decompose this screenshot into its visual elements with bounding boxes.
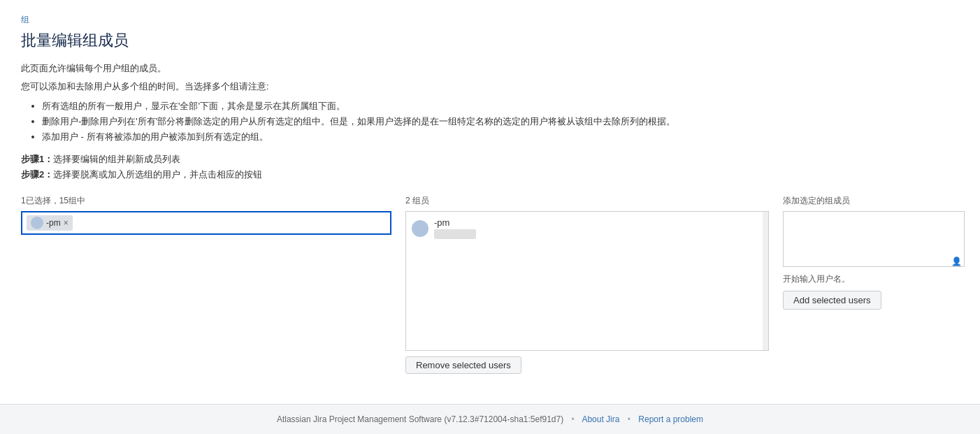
footer: Atlassian Jira Project Management Softwa…	[0, 404, 980, 434]
description2: 您可以添加和去除用户从多个组的时间。当选择多个组请注意:	[21, 80, 959, 93]
member-avatar-1	[412, 220, 428, 237]
add-members-hint: 开始输入用户名。	[783, 273, 965, 285]
about-jira-link[interactable]: About Jira	[582, 414, 619, 424]
scrollbar-track[interactable]	[763, 212, 768, 350]
add-members-column: 添加选定的组成员 👤 开始输入用户名。 Add selected users	[783, 195, 965, 310]
bullet-item-2: 删除用户-删除用户列在'所有'部分将删除选定的用户从所有选定的组中。但是，如果用…	[42, 115, 959, 128]
member-extra-1	[434, 229, 476, 239]
member-item-1[interactable]: -pm	[406, 215, 768, 242]
step1: 步骤1：选择要编辑的组并刷新成员列表	[21, 153, 959, 166]
group-tag[interactable]: -pm ×	[27, 215, 73, 231]
remove-selected-button[interactable]: Remove selected users	[405, 356, 521, 374]
col2-label: 2 组员	[405, 195, 769, 207]
group-search-input[interactable]	[75, 218, 386, 229]
description1: 此页面允许编辑每个用户组的成员。	[21, 62, 959, 75]
page-title: 批量编辑组成员	[21, 30, 959, 51]
bullet-item-1: 所有选组的所有一般用户，显示在'全部'下面，其余是显示在其所属组下面。	[42, 100, 959, 113]
tag-label: -pm	[46, 218, 61, 228]
breadcrumb[interactable]: 组	[21, 14, 959, 26]
report-problem-link[interactable]: Report a problem	[638, 414, 703, 424]
member-name-1: -pm	[434, 217, 476, 228]
member-info-1: -pm	[434, 217, 476, 239]
footer-sep-1: •	[572, 414, 575, 424]
tag-remove-icon[interactable]: ×	[64, 219, 69, 227]
col1-label: 1已选择，15组中	[21, 195, 391, 207]
footer-sep-2: •	[628, 414, 630, 424]
tag-avatar	[31, 217, 43, 229]
col3-label: 添加选定的组成员	[783, 195, 965, 207]
add-selected-users-button[interactable]: Add selected users	[783, 291, 881, 310]
step2: 步骤2：选择要脱离或加入所选组的用户，并点击相应的按钮	[21, 168, 959, 181]
footer-text: Atlassian Jira Project Management Softwa…	[277, 414, 563, 424]
person-add-icon: 👤	[951, 256, 962, 266]
group-members-box: -pm	[405, 211, 769, 351]
group-members-column: 2 组员 -pm Remove selected users	[405, 195, 769, 374]
bullet-item-3: 添加用户 - 所有将被添加的用户被添加到所有选定的组。	[42, 131, 959, 143]
tag-input-container[interactable]: -pm ×	[21, 211, 391, 235]
textarea-wrapper: 👤	[783, 211, 965, 269]
bullet-list: 所有选组的所有一般用户，显示在'全部'下面，其余是显示在其所属组下面。 删除用户…	[42, 100, 959, 143]
group-selector-column: 1已选择，15组中 -pm ×	[21, 195, 391, 235]
add-members-textarea[interactable]	[783, 211, 965, 267]
